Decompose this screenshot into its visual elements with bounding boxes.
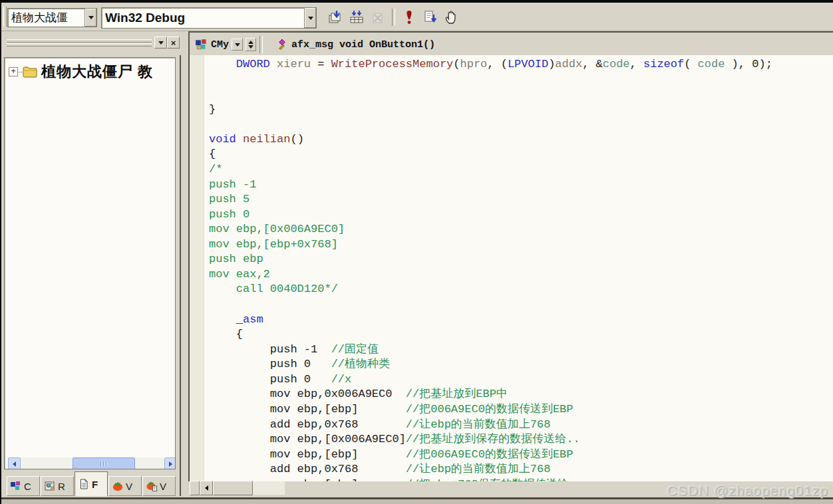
tab-va-view[interactable]: V [108,476,142,496]
va-view-icon [112,480,124,492]
code-line [209,297,772,313]
minimize-icon [158,41,164,45]
selection-margin[interactable] [190,55,204,481]
member-function-icon [275,38,289,51]
folder-icon [23,66,37,78]
splitter-box[interactable] [190,481,200,495]
code-line: { [209,327,772,342]
tab-label: V [126,481,132,492]
class-icon [195,38,208,51]
build-button[interactable] [346,7,367,28]
compile-icon [327,9,343,25]
code-line: call 0040D120*/ [209,282,772,297]
insert-breakpoint-button[interactable] [441,7,462,28]
breakpoint-hand-icon [444,9,460,25]
close-icon: × [171,39,176,47]
code-line: } [209,102,772,118]
member-combo[interactable]: afx_msg void OnButton1() [275,38,438,51]
chevron-down-icon [235,43,240,47]
code-line: push 5 [209,192,772,207]
code-line: mov ebp,[ebp] //把006A9EC0的数据传送到EBP [209,402,772,418]
code-line: push 0 [209,207,772,223]
tree-expand-icon[interactable]: + [9,67,18,76]
arrow-right-icon [169,461,172,467]
second-toolbar-row: × CMy afx_msg void OnButton1() [1,31,833,55]
code-line [209,117,772,132]
tab-label: C [24,481,31,492]
arrow-left-icon [205,485,208,491]
scrollbar-thumb[interactable] [73,457,135,469]
tab-label: F [92,479,98,490]
code-line: add ebp,0x768 //让ebp的当前数值加上768 [209,418,772,433]
tree-connector [18,72,23,72]
scrollbar-track[interactable] [21,457,164,469]
configuration-combo-arrow[interactable] [304,8,316,28]
vc6-window: 植物大战僵 Win32 Debug × CMy [0,0,833,504]
pane-minimize-button[interactable] [154,37,167,49]
scroll-right-button[interactable] [164,457,176,469]
chevron-down-icon [308,17,313,20]
resourceview-icon [44,480,56,492]
scrollbar-track[interactable] [253,481,285,495]
scroll-left-button[interactable] [200,481,213,495]
configuration-combo[interactable]: Win32 Debug [101,7,317,29]
wizardbar-spinner[interactable] [246,38,256,51]
fileview-icon [78,478,90,490]
classview-icon [10,480,22,492]
project-combo-arrow[interactable] [84,9,96,27]
code-line: mov eax,2 [209,267,772,283]
code-line [209,87,772,102]
bottom-strip [1,499,833,504]
stop-build-icon [370,9,386,25]
project-combo-value: 植物大战僵 [8,10,84,25]
go-debug-button[interactable] [420,7,441,28]
code-line: mov ebp,[ebp+0x768] [209,237,772,253]
workspace-panel: + 植物大战僵尸 教 CRFVV [1,55,181,496]
class-combo[interactable]: CMy [195,38,243,51]
tree-root-item[interactable]: + 植物大战僵尸 教 [9,62,153,82]
code-line: /* [209,162,772,178]
tree-root-label: 植物大战僵尸 教 [41,62,153,82]
project-combo[interactable]: 植物大战僵 [7,8,97,27]
build-toolbar: 植物大战僵 Win32 Debug [1,3,833,31]
pane-gripper[interactable] [7,39,152,43]
arrow-left-icon [13,461,16,467]
class-combo-arrow[interactable] [232,39,243,51]
pane-close-button[interactable]: × [167,37,180,49]
code-line: push 0 //植物种类 [209,357,772,372]
compile-button[interactable] [325,7,346,28]
code-line: DWORD xieru = WriteProcessMemory(hpro, (… [209,57,772,72]
class-combo-value: CMy [211,39,229,51]
workspace-pane-header: × [1,31,180,55]
member-combo-value: afx_msg void OnButton1() [291,39,435,51]
execute-program-button[interactable] [399,7,420,28]
build-icon [349,9,365,25]
toolbar-grip[interactable] [3,7,7,27]
code-line: void neilian() [209,132,772,148]
code-line: push 0 //x [209,372,772,388]
tab-label: R [58,481,65,492]
watermark-text: CSDN @zhaopeng01zp [667,483,828,499]
scroll-left-button[interactable] [8,457,21,469]
wizard-bar: CMy afx_msg void OnButton1() [188,31,833,57]
toolbar-separator [259,36,263,53]
workspace-tree[interactable]: + 植物大战僵尸 教 [4,57,176,469]
code-lines: DWORD xieru = WriteProcessMemory(hpro, (… [209,57,772,481]
code-line: push ebp [209,252,772,267]
pane-gripper[interactable] [7,43,152,47]
code-line: mov ebp,[ebp] //把006A9EC0的数据传送到EBP [209,447,772,463]
tree-horizontal-scrollbar[interactable] [8,457,176,469]
tab-fileview[interactable]: F [75,471,108,496]
scrollbar-thumb[interactable] [213,481,253,495]
tab-classview[interactable]: C [7,476,40,496]
toolbar-separator [392,9,395,26]
tab-resourceview[interactable]: R [41,476,74,496]
tab-label: V [160,481,166,492]
stop-build-button[interactable] [367,7,389,28]
editor-horizontal-scrollbar[interactable] [190,481,285,495]
code-editor[interactable]: DWORD xieru = WriteProcessMemory(hpro, (… [188,55,833,481]
code-line: _asm [209,313,772,328]
spin-up-icon [248,41,253,44]
tab-va-outline[interactable]: V [142,476,176,496]
code-line: mov ebp,[ebp] //把ebp+768保存的数据传送给.. [209,477,772,481]
